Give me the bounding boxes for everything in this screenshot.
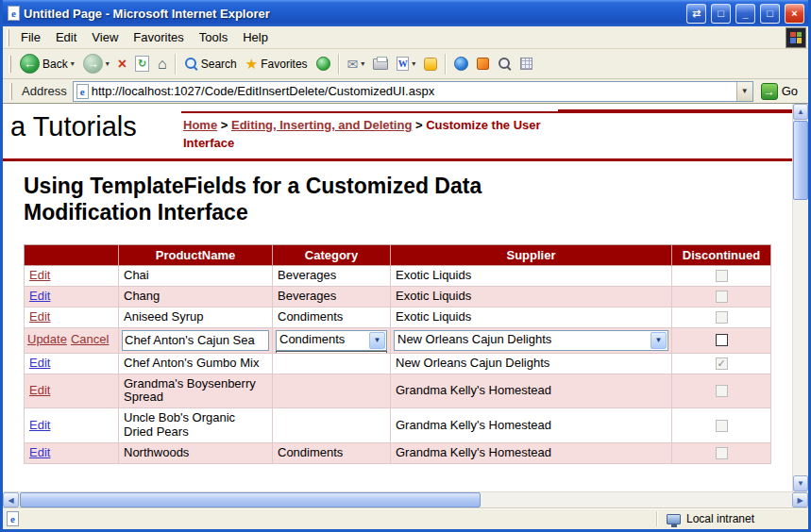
edit-link[interactable]: Edit: [29, 445, 50, 459]
scroll-left-button[interactable]: ◀: [3, 492, 19, 507]
addon-flag-button[interactable]: [473, 56, 493, 72]
menu-tools[interactable]: Tools: [192, 27, 235, 47]
maximize-button[interactable]: □: [760, 4, 780, 24]
search-button[interactable]: Search: [180, 55, 241, 73]
favorites-button[interactable]: ★ Favorites: [242, 55, 312, 73]
discontinued-checkbox[interactable]: [716, 334, 728, 346]
site-header: a Tutorials Home > Editing, Inserting, a…: [3, 104, 792, 158]
update-link[interactable]: Update: [27, 332, 67, 346]
supplier-cell: New Orleans Cajun Delights: [391, 353, 672, 374]
forward-button[interactable]: → ▾: [79, 52, 113, 75]
scroll-down-button[interactable]: ▼: [793, 475, 808, 491]
print-button[interactable]: [369, 57, 392, 72]
supplier-cell: Grandma Kelly's Homestead: [391, 374, 672, 408]
discontinued-checkbox: [716, 291, 728, 303]
breadcrumb-section-link[interactable]: Editing, Inserting, and Deleting: [231, 118, 412, 132]
table-row: Edit Chef Anton's Gumbo Mix New Orleans …: [25, 353, 771, 374]
scroll-up-button[interactable]: ▲: [793, 104, 808, 120]
address-field[interactable]: e ▼: [73, 81, 753, 102]
refresh-button[interactable]: ↻: [131, 54, 153, 74]
product-cell: Grandma's Boysenberry Spread: [119, 374, 273, 408]
pan-arrows-button[interactable]: ⇄: [686, 4, 706, 24]
messenger-button[interactable]: [420, 56, 441, 73]
discontinued-checkbox-checked: ✓: [716, 357, 728, 370]
windows-logo-icon: [786, 27, 806, 48]
breadcrumb-home-link[interactable]: Home: [183, 118, 217, 132]
vertical-scrollbar-thumb[interactable]: [793, 121, 808, 200]
edit-link[interactable]: Edit: [29, 268, 50, 282]
category-dropdown-value: Condiments: [277, 333, 368, 347]
supplier-dropdown-value: New Orleans Cajun Delights: [395, 333, 650, 347]
supplier-cell: Grandma Kelly's Homestead: [391, 443, 672, 464]
minimize-button[interactable]: _: [735, 4, 755, 24]
stop-button[interactable]: ×: [114, 55, 130, 74]
close-button[interactable]: ×: [785, 4, 804, 24]
column-header-category: Category: [273, 244, 391, 265]
horizontal-scrollbar-thumb[interactable]: [20, 492, 481, 507]
toolbar-grip[interactable]: [9, 83, 12, 100]
grid-icon: [520, 58, 532, 70]
chevron-down-icon[interactable]: ▼: [650, 332, 667, 349]
menu-edit[interactable]: Edit: [48, 27, 84, 47]
scroll-right-button[interactable]: ▶: [792, 492, 808, 507]
titlebar[interactable]: e Untitled Page - Microsoft Internet Exp…: [3, 0, 808, 26]
toolbar-grip[interactable]: [8, 56, 11, 73]
horizontal-scrollbar[interactable]: ◀ ▶: [3, 491, 808, 507]
cancel-link[interactable]: Cancel: [71, 332, 109, 346]
category-cell: [273, 353, 391, 374]
vertical-scrollbar[interactable]: ▲ ▼: [792, 104, 808, 491]
breadcrumb: Home > Editing, Inserting, and Deleting …: [181, 111, 792, 158]
go-button[interactable]: → Go: [757, 83, 805, 100]
page-icon: e: [76, 84, 89, 99]
category-cell: Condiments: [273, 307, 391, 327]
product-name-input[interactable]: [122, 330, 269, 351]
discontinued-checkbox: [716, 270, 728, 282]
edit-link[interactable]: Edit: [29, 383, 50, 397]
search-label: Search: [201, 58, 237, 71]
header-row: ProductName Category Supplier Discontinu…: [25, 244, 771, 265]
addon-grid-button[interactable]: [516, 56, 536, 72]
toolbar-separator: [175, 54, 177, 75]
chevron-down-icon[interactable]: ▼: [369, 332, 385, 349]
maroon-rule: [3, 158, 792, 161]
menu-view[interactable]: View: [84, 27, 126, 47]
supplier-dropdown[interactable]: New Orleans Cajun Delights ▼: [394, 330, 668, 351]
addon-globe-button[interactable]: [450, 55, 472, 73]
menu-file[interactable]: File: [13, 27, 48, 47]
back-button[interactable]: ← Back ▾: [16, 52, 78, 75]
addon-research-button[interactable]: [494, 55, 515, 73]
home-button[interactable]: ⌂: [154, 55, 171, 74]
product-cell: Uncle Bob's Organic Dried Pears: [119, 408, 273, 443]
discontinued-checkbox: [716, 385, 728, 397]
edit-link[interactable]: Edit: [29, 289, 50, 303]
address-dropdown-button[interactable]: ▼: [736, 82, 752, 101]
back-icon: ←: [20, 54, 40, 74]
vertical-scrollbar-track[interactable]: [793, 200, 808, 475]
page-icon: e: [7, 511, 19, 526]
edit-link[interactable]: Edit: [29, 418, 50, 432]
address-bar: Address e ▼ → Go: [3, 79, 808, 104]
product-cell: Chang: [119, 286, 273, 307]
menu-favorites[interactable]: Favorites: [126, 27, 191, 47]
toolbar-grip[interactable]: [7, 29, 9, 46]
address-input[interactable]: [92, 82, 734, 101]
ie-logo-icon: e: [8, 6, 20, 21]
window-button[interactable]: □: [711, 4, 731, 24]
status-message-panel: e: [7, 511, 651, 526]
web-page: a Tutorials Home > Editing, Inserting, a…: [3, 104, 792, 491]
product-cell: Northwoods: [119, 443, 273, 464]
media-button[interactable]: [313, 55, 334, 73]
menu-help[interactable]: Help: [235, 27, 276, 47]
category-dropdown[interactable]: Condiments ▼ Beverages Condiments Confec…: [276, 330, 387, 351]
go-label: Go: [782, 84, 798, 98]
maroon-rule-top: [558, 109, 792, 111]
table-row: Edit Northwoods Condiments Grandma Kelly…: [25, 443, 771, 464]
mail-button[interactable]: ✉ ▾: [344, 56, 369, 73]
edit-link[interactable]: Edit: [29, 356, 50, 370]
horizontal-scrollbar-track[interactable]: [481, 492, 792, 507]
edit-with-word-button[interactable]: W ▾: [393, 55, 419, 73]
address-label: Address: [20, 84, 69, 98]
chevron-down-icon: ▾: [361, 59, 364, 68]
edit-link[interactable]: Edit: [29, 309, 50, 324]
mail-icon: ✉: [347, 58, 359, 71]
